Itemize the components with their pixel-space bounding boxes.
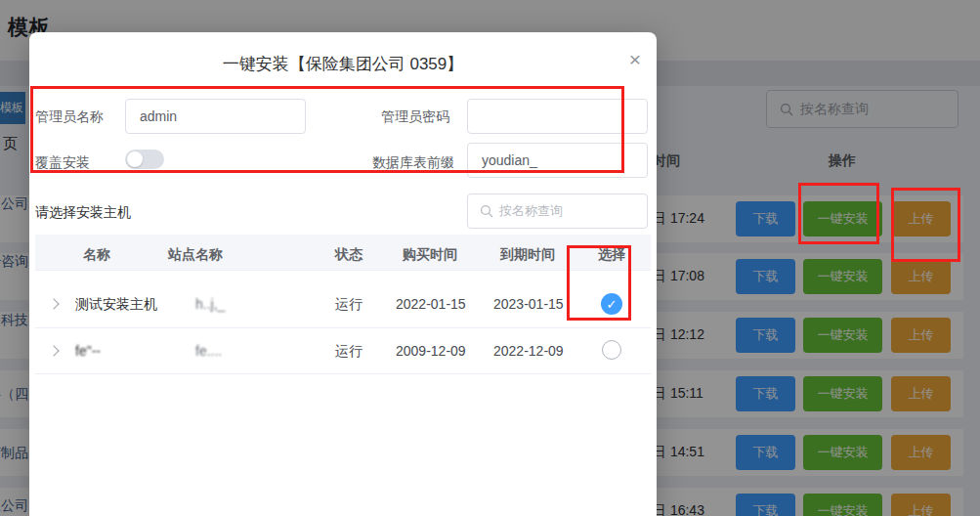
app-stage: 模板 模板 页 按名称查询 时间 操作 团公司 日 17:24 下载 一键安装 … xyxy=(0,0,980,516)
col-name: 名称 xyxy=(83,246,110,264)
expand-chevron-icon[interactable] xyxy=(48,298,59,309)
col-expire: 到期时间 xyxy=(500,246,555,264)
annotation-box-form xyxy=(30,86,624,173)
search-icon xyxy=(480,204,493,218)
annotation-box-install-button xyxy=(798,183,879,244)
expand-chevron-icon[interactable] xyxy=(48,345,59,356)
annotation-box-select-column xyxy=(567,245,631,321)
host-search-placeholder: 按名称查询 xyxy=(499,202,563,220)
host-expire-date: 2022-12-09 xyxy=(493,343,564,359)
select-host-label: 请选择安装主机 xyxy=(35,204,131,222)
host-radio-unselected[interactable] xyxy=(602,340,621,360)
host-buy-date: 2022-01-15 xyxy=(396,296,466,312)
host-buy-date: 2009-12-09 xyxy=(396,343,466,359)
host-search-input[interactable]: 按名称查询 xyxy=(467,194,648,229)
col-buy: 购买时间 xyxy=(403,246,457,264)
host-name: fe"-- xyxy=(75,343,101,359)
host-site: h..j,_ xyxy=(195,296,225,312)
modal-title: 一键安装【保险集团公司 0359】 xyxy=(29,53,657,75)
annotation-box-upload-button xyxy=(891,188,960,262)
host-site: fe.... xyxy=(195,343,222,359)
col-site: 站点名称 xyxy=(168,246,223,264)
close-icon[interactable]: × xyxy=(629,49,641,69)
col-status: 状态 xyxy=(335,246,362,264)
host-name: 测试安装主机 xyxy=(75,296,157,314)
host-status: 运行 xyxy=(335,296,362,314)
host-expire-date: 2023-01-15 xyxy=(493,296,564,312)
host-status: 运行 xyxy=(335,343,362,361)
